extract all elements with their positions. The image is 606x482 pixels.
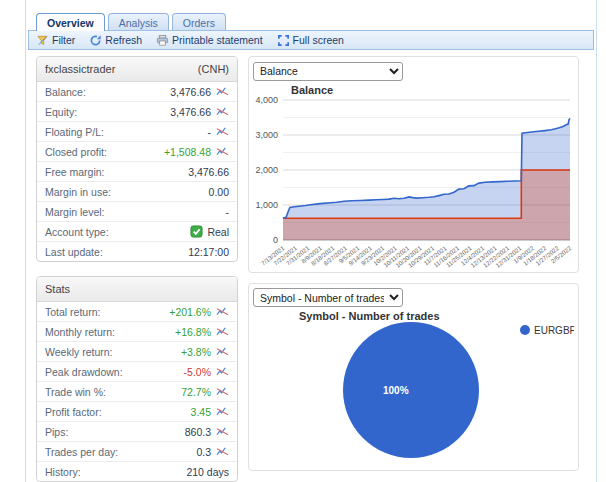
row-label: Trade win %: <box>45 386 181 398</box>
chart-icon[interactable] <box>216 426 229 437</box>
row-label: Margin level: <box>45 206 226 218</box>
row-value: 860.3 <box>185 426 211 438</box>
chart-icon[interactable] <box>216 446 229 457</box>
row-label: Total return: <box>45 306 169 318</box>
tab-orders[interactable]: Orders <box>172 13 226 31</box>
toolbar-button-label: Refresh <box>105 34 142 46</box>
account-row-free-margin: Free margin:3,476.66 <box>37 161 237 181</box>
stats-panel: Stats Total return:+201.6%Monthly return… <box>36 276 238 482</box>
svg-text:1,000: 1,000 <box>255 200 278 210</box>
account-panel-header: fxclassictrader (CNH) <box>37 57 237 82</box>
stats-row-total-return: Total return:+201.6% <box>37 302 237 321</box>
refresh-button[interactable]: Refresh <box>89 34 142 47</box>
row-value: +1,508.48 <box>164 146 211 158</box>
account-row-closed-profit: Closed profit:+1,508.48 <box>37 141 237 161</box>
symbol-pie-chart: Symbol - Number of trades100%EURGBP <box>253 308 574 466</box>
row-label: Last update: <box>45 246 188 258</box>
stats-row-monthly-return: Monthly return:+16.8% <box>37 321 237 341</box>
chart-icon[interactable] <box>216 126 229 137</box>
right-column: Balance 01,0002,0003,0004,0007/13/20217/… <box>248 56 579 482</box>
chart-icon[interactable] <box>216 406 229 417</box>
account-currency: (CNH) <box>198 63 229 75</box>
tab-analysis[interactable]: Analysis <box>108 13 169 31</box>
left-column: fxclassictrader (CNH) Balance:3,476.66Eq… <box>36 56 238 482</box>
balance-chart-panel: Balance 01,0002,0003,0004,0007/13/20217/… <box>248 56 579 273</box>
svg-text:2,000: 2,000 <box>255 165 278 175</box>
account-row-floating-p-l: Floating P/L:- <box>37 121 237 141</box>
toolbar-button-label: Full screen <box>293 34 344 46</box>
row-value: 0.3 <box>196 446 211 458</box>
stats-panel-header: Stats <box>37 277 237 302</box>
chart-icon[interactable] <box>216 306 229 317</box>
row-label: Closed profit: <box>45 146 164 158</box>
account-panel: fxclassictrader (CNH) Balance:3,476.66Eq… <box>36 56 238 262</box>
filter-icon <box>36 34 49 47</box>
stats-row-trades-per-day: Trades per day:0.3 <box>37 441 237 461</box>
stats-row-history: History:210 days <box>37 461 237 481</box>
toolbar-button-label: Printable statement <box>172 34 262 46</box>
symbol-chart-panel: Symbol - Number of trades Symbol - Numbe… <box>248 283 579 472</box>
row-label: Weekly return: <box>45 346 181 358</box>
chart-icon[interactable] <box>216 86 229 97</box>
row-label: Pips: <box>45 426 185 438</box>
stats-row-peak-drawdown: Peak drawdown:-5.0% <box>37 361 237 381</box>
account-row-margin-level: Margin level:- <box>37 201 237 221</box>
chart-icon[interactable] <box>216 366 229 377</box>
chart-icon[interactable] <box>216 326 229 337</box>
filter-button[interactable]: Filter <box>36 34 75 47</box>
row-value: 3,476.66 <box>170 106 211 118</box>
account-row-margin-in-use: Margin in use:0.00 <box>37 181 237 201</box>
row-label: Monthly return: <box>45 326 175 338</box>
chart-icon[interactable] <box>216 146 229 157</box>
toolbar-button-label: Filter <box>52 34 75 46</box>
row-label: Trades per day: <box>45 446 196 458</box>
stats-rows: Total return:+201.6%Monthly return:+16.8… <box>37 302 237 481</box>
row-label: History: <box>45 466 186 478</box>
row-value: -5.0% <box>184 366 211 378</box>
row-value: Real <box>207 226 229 238</box>
stats-row-weekly-return: Weekly return:+3.8% <box>37 341 237 361</box>
svg-text:4,000: 4,000 <box>255 95 278 105</box>
row-label: Free margin: <box>45 166 188 178</box>
row-value: 0.00 <box>209 186 229 198</box>
printable-statement-button[interactable]: Printable statement <box>156 34 262 47</box>
tab-overview[interactable]: Overview <box>36 13 105 31</box>
row-label: Equity: <box>45 106 170 118</box>
page: OverviewAnalysisOrders FilterRefreshPrin… <box>25 0 597 482</box>
account-row-account-type: Account type:Real <box>37 221 237 241</box>
row-value: - <box>226 206 230 218</box>
row-value: - <box>208 126 212 138</box>
svg-text:100%: 100% <box>383 385 409 396</box>
svg-text:Symbol - Number of trades: Symbol - Number of trades <box>299 310 440 322</box>
tab-bar: OverviewAnalysisOrders <box>36 12 594 30</box>
full-screen-button[interactable]: Full screen <box>277 34 344 47</box>
row-value: 3.45 <box>191 406 211 418</box>
chart-icon[interactable] <box>216 386 229 397</box>
chart-icon[interactable] <box>216 346 229 357</box>
account-row-equity: Equity:3,476.66 <box>37 101 237 121</box>
account-row-last-update: Last update:12:17:00 <box>37 241 237 261</box>
stats-row-trade-win: Trade win %:72.7% <box>37 381 237 401</box>
row-label: Balance: <box>45 86 170 98</box>
main-content: fxclassictrader (CNH) Balance:3,476.66Eq… <box>28 56 594 482</box>
row-label: Margin in use: <box>45 186 209 198</box>
row-value: +201.6% <box>169 306 211 318</box>
row-value: 12:17:00 <box>188 246 229 258</box>
account-name: fxclassictrader <box>45 63 115 75</box>
row-value: +16.8% <box>175 326 211 338</box>
balance-chart-select[interactable]: Balance <box>253 62 403 81</box>
row-label: Profit factor: <box>45 406 191 418</box>
svg-text:EURGBP: EURGBP <box>534 325 574 336</box>
fullscreen-icon <box>277 34 290 47</box>
stats-row-pips: Pips:860.3 <box>37 421 237 441</box>
svg-text:Balance: Balance <box>291 84 333 96</box>
row-value: 210 days <box>186 466 229 478</box>
stats-title: Stats <box>45 283 70 295</box>
chart-icon[interactable] <box>216 106 229 117</box>
row-value: 3,476.66 <box>188 166 229 178</box>
row-value: 3,476.66 <box>170 86 211 98</box>
row-label: Floating P/L: <box>45 126 208 138</box>
symbol-chart-select[interactable]: Symbol - Number of trades <box>253 288 403 307</box>
row-label: Peak drawdown: <box>45 366 184 378</box>
row-label: Account type: <box>45 226 190 238</box>
